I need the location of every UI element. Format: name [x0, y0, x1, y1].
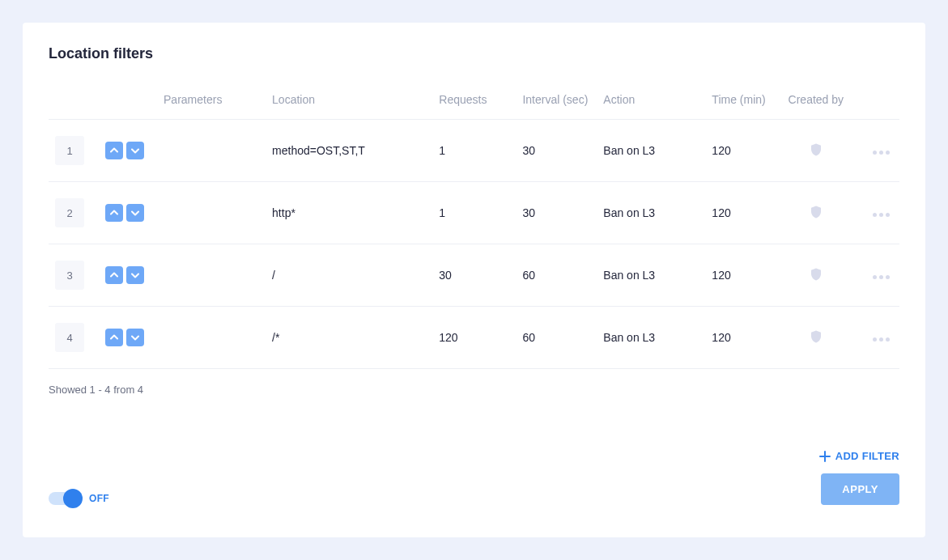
row-menu-button[interactable]: [869, 334, 893, 345]
cell-time: 120: [705, 120, 774, 182]
cell-interval: 30: [516, 182, 597, 244]
chevron-down-icon: [131, 271, 139, 279]
shield-icon: [809, 142, 823, 157]
reorder-controls: [105, 266, 151, 284]
col-time: Time (min): [705, 85, 774, 120]
toggle-wrap: OFF: [49, 492, 109, 505]
cell-action: Ban on L3: [597, 182, 705, 244]
col-location: Location: [266, 85, 432, 120]
cell-location: /: [266, 244, 432, 307]
chevron-down-icon: [131, 333, 139, 342]
cell-action: Ban on L3: [597, 307, 705, 369]
chevron-up-icon: [110, 209, 118, 217]
col-created-by: Created by: [774, 85, 857, 120]
filters-table: Parameters Location Requests Interval (s…: [49, 85, 899, 369]
col-parameters: Parameters: [157, 85, 266, 120]
row-menu-button[interactable]: [869, 147, 893, 158]
cell-parameters: [157, 182, 266, 244]
col-requests: Requests: [432, 85, 516, 120]
shield-icon: [809, 329, 823, 344]
apply-button[interactable]: APPLY: [821, 473, 899, 505]
plus-icon: [819, 451, 831, 462]
move-up-button[interactable]: [105, 329, 123, 346]
reorder-controls: [105, 142, 151, 159]
bottom-controls: OFF ADD FILTER APPLY: [49, 401, 899, 505]
col-action: Action: [597, 85, 705, 120]
cell-interval: 60: [516, 307, 597, 369]
enable-toggle[interactable]: [49, 492, 81, 505]
table-row: 2 http* 1 30 Ban on L3 120: [49, 182, 899, 244]
col-index: [49, 85, 99, 120]
reorder-controls: [105, 329, 151, 346]
cell-location: /*: [266, 307, 432, 369]
table-row: 1 method=OST,ST,T 1 30 Ban on L3 120: [49, 120, 899, 182]
chevron-up-icon: [110, 333, 118, 342]
cell-location: http*: [266, 182, 432, 244]
move-up-button[interactable]: [105, 142, 123, 159]
cell-action: Ban on L3: [597, 244, 705, 307]
cell-parameters: [157, 244, 266, 307]
col-menu: [857, 85, 899, 120]
move-down-button[interactable]: [126, 329, 144, 346]
shield-icon: [809, 205, 823, 219]
row-index: 4: [55, 323, 84, 352]
move-down-button[interactable]: [126, 142, 144, 159]
row-index: 1: [55, 136, 84, 165]
chevron-up-icon: [110, 146, 118, 155]
cell-interval: 60: [516, 244, 597, 307]
move-up-button[interactable]: [105, 266, 123, 284]
reorder-controls: [105, 204, 151, 222]
cell-location: method=OST,ST,T: [266, 120, 432, 182]
cell-requests: 120: [432, 307, 516, 369]
move-up-button[interactable]: [105, 204, 123, 222]
page-title: Location filters: [49, 45, 899, 62]
chevron-down-icon: [131, 146, 139, 155]
add-filter-label: ADD FILTER: [835, 450, 899, 462]
shield-icon: [809, 267, 823, 282]
table-row: 3 / 30 60 Ban on L3 120: [49, 244, 899, 307]
cell-action: Ban on L3: [597, 120, 705, 182]
toggle-knob: [63, 489, 83, 508]
cell-time: 120: [705, 244, 774, 307]
toggle-label: OFF: [89, 493, 109, 504]
location-filters-card: Location filters Parameters Location Req…: [23, 23, 925, 537]
col-reorder: [99, 85, 157, 120]
cell-parameters: [157, 120, 266, 182]
add-filter-button[interactable]: ADD FILTER: [819, 450, 899, 462]
cell-time: 120: [705, 307, 774, 369]
row-menu-button[interactable]: [869, 272, 893, 282]
col-interval: Interval (sec): [516, 85, 597, 120]
chevron-up-icon: [110, 271, 118, 279]
cell-time: 120: [705, 182, 774, 244]
row-index: 3: [55, 261, 84, 290]
table-row: 4 /* 120 60 Ban on L3 120: [49, 307, 899, 369]
row-menu-button[interactable]: [869, 210, 893, 220]
cell-interval: 30: [516, 120, 597, 182]
move-down-button[interactable]: [126, 204, 144, 222]
right-actions: ADD FILTER APPLY: [819, 450, 899, 505]
cell-requests: 1: [432, 182, 516, 244]
chevron-down-icon: [131, 209, 139, 217]
results-count: Showed 1 - 4 from 4: [49, 384, 899, 396]
cell-requests: 1: [432, 120, 516, 182]
cell-requests: 30: [432, 244, 516, 307]
cell-parameters: [157, 307, 266, 369]
move-down-button[interactable]: [126, 266, 144, 284]
row-index: 2: [55, 198, 84, 227]
